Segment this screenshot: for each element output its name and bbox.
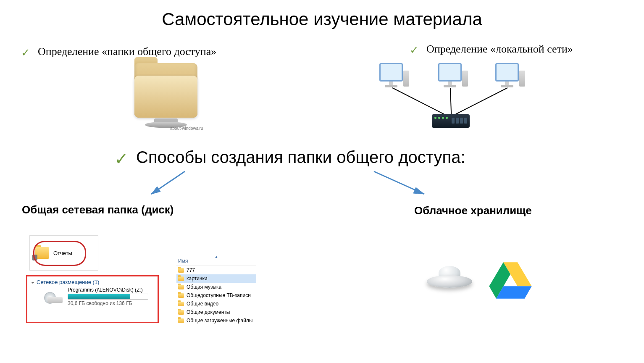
arrow-right-icon (370, 168, 437, 202)
list-item-label: Общие загруженные файлы (187, 318, 252, 324)
folder-icon (178, 276, 184, 281)
list-item: 777 (176, 266, 256, 274)
list-item-label: картинки (187, 276, 207, 281)
folder-icon (178, 285, 184, 289)
list-item: Общие документы (176, 308, 256, 316)
list-item-label: Общая музыка (187, 284, 221, 290)
folder-icon (178, 293, 184, 298)
list-item: Общие видео (176, 300, 256, 308)
checkmark-icon: ✓ (410, 45, 419, 55)
network-location-header: Сетевое размещение (1) (27, 276, 158, 286)
network-drive-row: Programms (\\LENOVO\Disk) (Z:) 30,6 ГБ с… (27, 286, 158, 308)
list-item: Общая музыка (176, 283, 256, 291)
bullet-lan-def: ✓ Определение «локальной сети» (410, 43, 573, 55)
list-item-label: Общие документы (187, 309, 230, 315)
pc-icon (494, 63, 520, 88)
bullet-text: Способы создания папки общего доступа: (136, 148, 465, 167)
svg-marker-1 (151, 187, 160, 194)
list-item: Общие загруженные файлы (176, 316, 256, 325)
explorer-file-list: ▲Имя 777картинкиОбщая музыкаОбщедоступны… (176, 257, 256, 325)
image-credit: about-windows.ru (170, 126, 203, 131)
capacity-bar (68, 294, 148, 300)
shared-folder-thumbnail: Отчеты (29, 235, 98, 271)
drive-free-text: 30,6 ГБ свободно из 136 ГБ (68, 300, 148, 306)
folder-icon (178, 310, 184, 315)
folder-label: Отчеты (53, 250, 72, 256)
folder-icon (178, 318, 184, 323)
folder-icon (178, 302, 184, 306)
network-drive-icon (44, 290, 63, 303)
drive-name: Programms (\\LENOVO\Disk) (Z:) (68, 287, 148, 293)
list-item: Общедоступные ТВ-записи (176, 291, 256, 300)
svg-marker-3 (413, 187, 424, 194)
arrow-left-icon (143, 168, 193, 202)
bullet-text: Определение «локальной сети» (426, 43, 573, 55)
slide-title: Самостоятельное изучение материала (0, 9, 644, 29)
folder-icon (178, 268, 184, 273)
checkmark-icon: ✓ (114, 150, 129, 167)
router-icon (432, 114, 470, 128)
subhead-cloud: Облачное хранилище (414, 204, 532, 217)
list-item-label: Общедоступные ТВ-записи (187, 292, 251, 298)
shared-folder-icon: about-windows.ru (124, 59, 212, 130)
list-item-label: 777 (187, 267, 195, 273)
folder-icon (35, 247, 49, 259)
google-drive-icon (487, 260, 534, 300)
lan-topology-icon (378, 63, 521, 134)
pc-icon (378, 63, 404, 88)
yandex-disk-ufo-icon (424, 263, 475, 296)
list-item: картинки (176, 274, 256, 283)
subhead-network-share: Общая сетевая папка (диск) (22, 203, 174, 216)
column-header-name: ▲Имя (176, 257, 256, 266)
pc-icon (437, 63, 463, 88)
checkmark-icon: ✓ (21, 47, 30, 58)
bullet-shared-folder-def: ✓ Определение «папки общего доступа» (21, 45, 216, 58)
network-location-panel: Сетевое размещение (1) Programms (\\LENO… (26, 275, 159, 323)
list-item-label: Общие видео (187, 301, 218, 307)
bullet-text: Определение «папки общего доступа» (38, 45, 216, 58)
bullet-ways: ✓ Способы создания папки общего доступа: (114, 148, 465, 167)
